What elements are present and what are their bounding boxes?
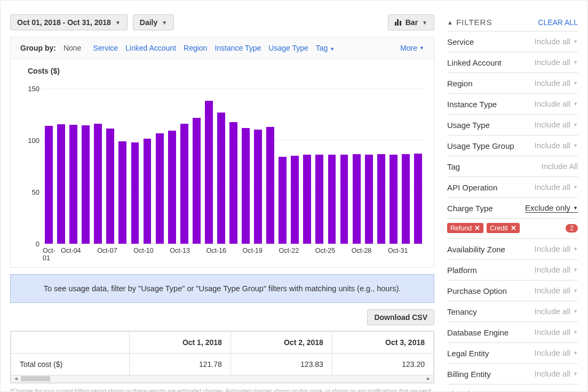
filter-value[interactable]: Include all▼ xyxy=(535,327,578,337)
chip-label: Refund xyxy=(450,225,472,232)
filter-row[interactable]: Charge TypeExclude only▼ xyxy=(447,198,578,219)
filter-row[interactable]: Usage TypeInclude all▼ xyxy=(447,115,578,135)
filter-row[interactable]: PlatformInclude all▼ xyxy=(447,260,578,281)
filter-row[interactable]: Database EngineInclude all▼ xyxy=(447,322,578,343)
filter-value[interactable]: Include all▼ xyxy=(535,78,578,88)
row-val-1: 123.83 xyxy=(231,354,332,375)
clear-all-button[interactable]: CLEAR ALL xyxy=(538,18,578,27)
bar[interactable] xyxy=(303,155,311,244)
horizontal-scrollbar[interactable]: ◄ ► xyxy=(11,375,434,383)
groupby-option-service[interactable]: Service xyxy=(93,44,118,52)
bar[interactable] xyxy=(106,129,114,244)
filter-row[interactable]: API OperationInclude all▼ xyxy=(447,177,578,198)
bar[interactable] xyxy=(118,141,126,244)
filter-row[interactable]: Billing EntityInclude all▼ xyxy=(447,364,578,385)
bar[interactable] xyxy=(168,131,176,244)
download-csv-button[interactable]: Download CSV xyxy=(367,309,434,325)
y-tick: 50 xyxy=(32,188,39,196)
groupby-option-tag[interactable]: Tag ▼ xyxy=(316,44,335,52)
filter-name: Service xyxy=(447,37,474,46)
filter-row[interactable]: Availability ZoneInclude all▼ xyxy=(447,239,578,260)
bar-slot xyxy=(192,118,202,244)
filter-value-text: Include all xyxy=(535,99,571,108)
filter-value[interactable]: Include all▼ xyxy=(535,286,578,295)
chevron-down-icon: ▼ xyxy=(573,143,578,148)
groupby-option-instance-type[interactable]: Instance Type xyxy=(214,44,261,52)
filter-value[interactable]: Exclude only▼ xyxy=(525,203,578,213)
filter-row[interactable]: Linked AccountInclude all▼ xyxy=(447,52,578,73)
filter-row[interactable]: Instance TypeInclude all▼ xyxy=(447,94,578,115)
groupby-more[interactable]: More ▼ xyxy=(400,44,424,52)
bar[interactable] xyxy=(205,101,213,244)
filter-value[interactable]: Include all▼ xyxy=(535,141,578,150)
filter-value[interactable]: Include all▼ xyxy=(535,244,578,254)
bar[interactable] xyxy=(353,154,361,244)
bar[interactable] xyxy=(279,157,287,244)
bar-slot xyxy=(314,155,324,244)
bar[interactable] xyxy=(402,154,410,244)
filter-row[interactable]: RegionInclude all▼ xyxy=(447,73,578,94)
close-icon[interactable]: ✕ xyxy=(511,224,517,232)
bar[interactable] xyxy=(315,155,323,244)
bar[interactable] xyxy=(340,155,348,244)
scroll-thumb[interactable] xyxy=(21,376,50,381)
bar[interactable] xyxy=(414,154,422,244)
bar[interactable] xyxy=(217,113,225,244)
filter-value[interactable]: Include all▼ xyxy=(535,58,578,67)
filter-value[interactable]: Include all▼ xyxy=(535,348,578,358)
bar[interactable] xyxy=(94,124,102,244)
bar-slot xyxy=(413,154,423,244)
filter-value[interactable]: Include all▼ xyxy=(535,99,578,109)
bar[interactable] xyxy=(377,154,385,244)
bar[interactable] xyxy=(82,125,90,244)
bar[interactable] xyxy=(229,122,237,244)
scroll-right-icon[interactable]: ► xyxy=(424,375,433,381)
bar[interactable] xyxy=(291,156,299,244)
collapse-icon[interactable]: ▲ xyxy=(447,19,453,26)
bar[interactable] xyxy=(242,128,250,244)
bar[interactable] xyxy=(365,155,373,244)
scroll-left-icon[interactable]: ◄ xyxy=(11,375,21,381)
filter-value[interactable]: Include all▼ xyxy=(535,369,578,379)
bar-slot xyxy=(68,125,78,244)
bar[interactable] xyxy=(390,155,398,244)
date-range-button[interactable]: Oct 01, 2018 - Oct 31, 2018 ▼ xyxy=(10,14,128,30)
granularity-button[interactable]: Daily ▼ xyxy=(133,14,174,30)
bar[interactable] xyxy=(266,127,274,244)
bar[interactable] xyxy=(57,124,65,244)
chart-type-button[interactable]: Bar ▼ xyxy=(388,14,434,30)
bar[interactable] xyxy=(180,124,188,244)
filter-row[interactable]: Purchase OptionInclude all▼ xyxy=(447,281,578,301)
bar[interactable] xyxy=(144,139,152,244)
bar[interactable] xyxy=(328,155,336,244)
groupby-option-linked-account[interactable]: Linked Account xyxy=(125,44,176,52)
filter-row[interactable]: Usage Type GroupInclude all▼ xyxy=(447,135,578,156)
filter-value[interactable]: Include all▼ xyxy=(535,307,578,316)
filter-value[interactable]: Include all▼ xyxy=(535,120,578,130)
filter-value[interactable]: Include all▼ xyxy=(535,182,578,192)
bar[interactable] xyxy=(156,133,164,244)
filter-value[interactable]: Include all▼ xyxy=(535,37,578,46)
bar[interactable] xyxy=(131,142,139,244)
bar[interactable] xyxy=(45,126,53,244)
filter-row[interactable]: Legal EntityInclude all▼ xyxy=(447,343,578,364)
groupby-option-region[interactable]: Region xyxy=(184,44,207,52)
filter-value[interactable]: Include all▼ xyxy=(535,265,578,275)
bar[interactable] xyxy=(193,118,201,244)
bar[interactable] xyxy=(254,130,262,244)
filter-value[interactable]: Include All xyxy=(542,162,578,171)
filter-row[interactable]: ServiceInclude all▼ xyxy=(447,31,578,52)
bar-slot xyxy=(241,128,251,244)
filter-row[interactable]: TenancyInclude all▼ xyxy=(447,301,578,322)
filter-chip[interactable]: Credit✕ xyxy=(487,223,519,233)
table-col-0 xyxy=(11,332,130,354)
filter-chip[interactable]: Refund✕ xyxy=(447,223,483,233)
filter-row[interactable]: TagInclude All xyxy=(447,156,578,177)
bar-slot xyxy=(327,155,337,244)
show-less-label: Show less xyxy=(447,390,481,392)
groupby-option-usage-type[interactable]: Usage Type xyxy=(268,44,308,52)
bar[interactable] xyxy=(69,125,77,244)
close-icon[interactable]: ✕ xyxy=(474,224,480,232)
chart-type-label: Bar xyxy=(406,18,418,27)
show-less-button[interactable]: Show less ▲ xyxy=(447,390,488,392)
